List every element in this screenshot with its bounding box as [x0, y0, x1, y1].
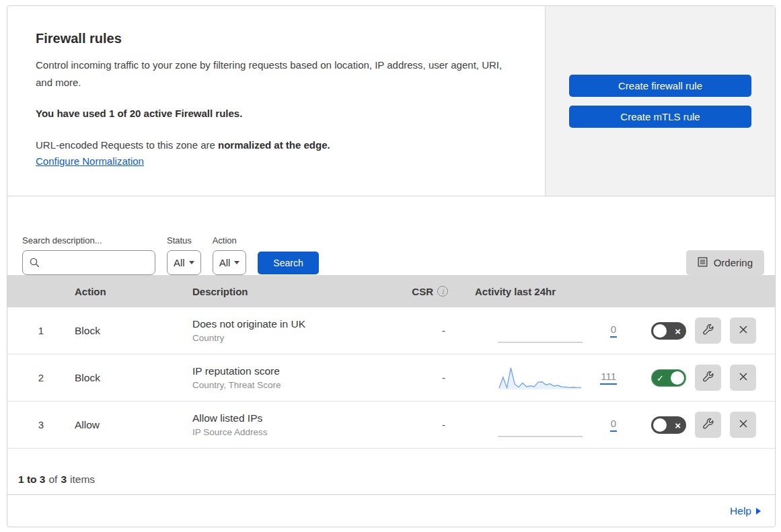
table-row: 3 Allow Allow listed IPs IP Source Addre…: [7, 402, 775, 449]
rule-fields: IP Source Address: [192, 427, 414, 437]
toggle-knob: [653, 324, 667, 338]
rule-activity-cell: 111: [475, 365, 644, 391]
normalization-note: URL-encoded Requests to this zone are no…: [36, 139, 518, 151]
close-icon: [738, 324, 749, 337]
ordering-button[interactable]: Ordering: [686, 250, 764, 275]
rule-fields: Country, Threat Score: [192, 380, 414, 390]
edit-rule-button[interactable]: [695, 365, 721, 391]
search-field-group: Search description...: [22, 235, 155, 275]
rule-controls: ✓: [644, 365, 775, 391]
firewall-rules-card: Firewall rules Control incoming traffic …: [7, 5, 776, 527]
normalization-bold: normalized at the edge.: [218, 139, 330, 151]
delete-rule-button[interactable]: [730, 317, 756, 344]
search-box: [22, 250, 155, 275]
activity-count-link[interactable]: 111: [600, 371, 617, 385]
close-icon: [738, 371, 749, 384]
create-mtls-rule-button[interactable]: Create mTLS rule: [569, 106, 751, 128]
table-header-row: Action Description CSR i Activity last 2…: [7, 275, 775, 307]
intro-section: Firewall rules Control incoming traffic …: [7, 6, 775, 196]
activity-column-header: Activity last 24hr: [475, 286, 644, 297]
rule-description-cell: IP reputation score Country, Threat Scor…: [192, 365, 414, 390]
status-field-group: Status All: [167, 235, 201, 275]
action-column-header: Action: [75, 286, 192, 297]
toggle-state-icon: ×: [675, 419, 681, 430]
rule-description: Does not originate in UK: [192, 318, 414, 330]
actions-panel: Create firewall rule Create mTLS rule: [545, 6, 775, 196]
activity-count-link[interactable]: 0: [610, 324, 617, 338]
pagination-items: items: [70, 473, 95, 486]
intro-text-panel: Firewall rules Control incoming traffic …: [7, 6, 545, 196]
arrow-right-icon: [756, 508, 761, 515]
delete-rule-button[interactable]: [730, 365, 756, 391]
rule-description-cell: Does not originate in UK Country: [192, 318, 414, 343]
rule-description: IP reputation score: [192, 365, 414, 377]
search-input[interactable]: [22, 250, 155, 275]
ordering-list-icon: [698, 257, 708, 269]
table-row: 1 Block Does not originate in UK Country…: [7, 307, 775, 354]
wrench-icon: [702, 323, 715, 338]
rule-action: Allow: [75, 419, 192, 431]
rule-csr: -: [414, 325, 475, 336]
rule-priority: 3: [7, 419, 75, 430]
action-dropdown[interactable]: All: [213, 250, 247, 275]
usage-summary: You have used 1 of 20 active Firewall ru…: [36, 108, 518, 119]
chevron-down-icon: [189, 261, 194, 264]
toggle-state-icon: ×: [675, 325, 681, 336]
description-column-header: Description: [192, 286, 414, 297]
pagination-summary: 1 to 3 of 3 items: [7, 449, 775, 495]
search-label: Search description...: [22, 235, 155, 245]
rule-csr: -: [414, 419, 475, 430]
rule-priority: 2: [7, 372, 75, 383]
help-bar: Help: [7, 495, 775, 527]
configure-normalization-link[interactable]: Configure Normalization: [36, 155, 144, 167]
info-icon[interactable]: i: [437, 286, 448, 297]
enable-toggle[interactable]: ×: [651, 322, 686, 340]
rule-priority: 1: [7, 325, 75, 336]
rule-fields: Country: [192, 333, 414, 343]
wrench-icon: [702, 417, 715, 432]
rule-action: Block: [75, 372, 192, 384]
enable-toggle[interactable]: ✓: [651, 369, 686, 387]
activity-sparkline: [498, 365, 583, 391]
action-field-group: Action All: [213, 235, 247, 275]
page-title: Firewall rules: [36, 31, 518, 46]
pagination-total: 3: [61, 473, 67, 486]
rule-controls: ×: [644, 317, 775, 344]
action-label: Action: [213, 235, 247, 245]
pagination-of: of: [48, 473, 57, 486]
help-link[interactable]: Help: [730, 505, 761, 517]
action-dropdown-value: All: [219, 257, 231, 268]
enable-toggle[interactable]: ×: [651, 416, 686, 434]
toggle-state-icon: ✓: [657, 373, 664, 383]
wrench-icon: [702, 370, 715, 385]
table-row: 2 Block IP reputation score Country, Thr…: [7, 354, 775, 402]
rule-action: Block: [75, 325, 192, 337]
help-link-label: Help: [730, 505, 751, 517]
rule-csr: -: [414, 372, 475, 383]
status-dropdown-value: All: [174, 257, 185, 268]
csr-column-header: CSR i: [414, 286, 475, 297]
rule-controls: ×: [644, 412, 775, 438]
toggle-knob: [671, 371, 684, 385]
rule-activity-cell: 0: [475, 412, 644, 439]
delete-rule-button[interactable]: [730, 412, 756, 438]
rule-description: Allow listed IPs: [192, 412, 414, 424]
filter-bar: Search description... Status All Action …: [7, 196, 775, 275]
activity-sparkline: [498, 317, 583, 344]
rule-activity-cell: 0: [475, 317, 644, 344]
rule-description-cell: Allow listed IPs IP Source Address: [192, 412, 414, 437]
edit-rule-button[interactable]: [695, 317, 721, 344]
intro-description: Control incoming traffic to your zone by…: [36, 56, 517, 91]
search-button[interactable]: Search: [258, 252, 318, 274]
toggle-knob: [653, 418, 667, 432]
activity-count-link[interactable]: 0: [610, 418, 617, 432]
normalization-prefix: URL-encoded Requests to this zone are: [36, 139, 218, 151]
activity-sparkline: [498, 412, 583, 439]
edit-rule-button[interactable]: [695, 412, 721, 438]
ordering-button-label: Ordering: [714, 257, 753, 268]
create-firewall-rule-button[interactable]: Create firewall rule: [569, 75, 751, 97]
chevron-down-icon: [234, 261, 239, 264]
status-dropdown[interactable]: All: [167, 250, 201, 275]
pagination-range: 1 to 3: [18, 473, 45, 486]
status-label: Status: [167, 235, 201, 245]
